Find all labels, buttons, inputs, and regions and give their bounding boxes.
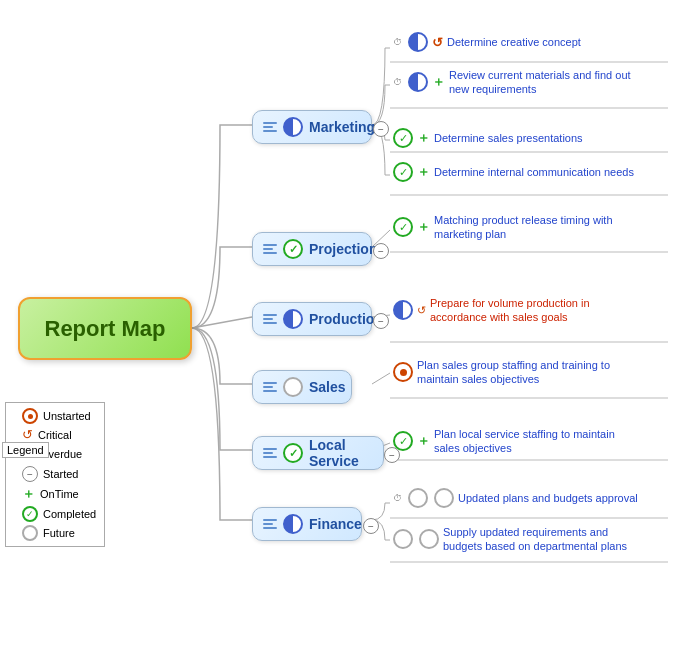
minus-local: −: [384, 447, 400, 463]
leaf-text-product-release: Matching product release timing with mar…: [434, 213, 634, 242]
plus-3: ＋: [417, 129, 430, 147]
legend-icon-unstarted: [22, 408, 38, 424]
root-node: Report Map: [18, 297, 192, 360]
legend-container: Unstarted ↺ Critical ＋ Overdue − Started…: [5, 402, 105, 547]
branch-finance-label: Finance: [309, 516, 362, 532]
branch-sales: Sales: [252, 370, 352, 404]
leaf-internal-comm: ✓ ＋ Determine internal communication nee…: [393, 162, 634, 182]
branch-local-service: ✓ Local Service: [252, 436, 384, 470]
leaf-product-release: ✓ ＋ Matching product release timing with…: [393, 213, 634, 242]
plus-4: ＋: [417, 163, 430, 181]
leaf-text-creative: Determine creative concept: [447, 35, 581, 49]
legend-label-completed: Completed: [43, 508, 96, 520]
canvas: Report Map Marketing − ✓ Projection − Pr…: [0, 0, 700, 650]
legend-label-critical: Critical: [38, 429, 72, 441]
refresh-prod: ↺: [417, 304, 426, 317]
root-label: Report Map: [45, 316, 166, 342]
legend-started: − Started: [22, 466, 96, 482]
branch-projection: ✓ Projection: [252, 232, 372, 266]
clock-review: ⏱: [393, 77, 402, 87]
legend-completed: ✓ Completed: [22, 506, 96, 522]
legend-future: Future: [22, 525, 96, 541]
legend-icon-ontime: ＋: [22, 485, 35, 503]
minus-production: −: [373, 313, 389, 329]
half-icon-marketing: [283, 117, 303, 137]
status-check-proj: ✓: [393, 217, 413, 237]
refresh-1: ↺: [432, 35, 443, 50]
legend-label-future: Future: [43, 527, 75, 539]
status-empty-fin2: [393, 529, 413, 549]
status-half-2: [408, 72, 428, 92]
branch-marketing: Marketing: [252, 110, 372, 144]
minus-projection: −: [373, 243, 389, 259]
legend-label-started: Started: [43, 468, 78, 480]
branch-sales-label: Sales: [309, 379, 346, 395]
clock-creative: ⏱: [393, 37, 402, 47]
check-icon-local: ✓: [283, 443, 303, 463]
leaf-text-sales-staffing: Plan sales group staffing and training t…: [417, 358, 617, 387]
leaf-volume-production: ↺ Prepare for volume production in accor…: [393, 296, 630, 325]
minus-finance: −: [363, 518, 379, 534]
leaf-text-supply-req: Supply updated requirements and budgets …: [443, 525, 643, 554]
leaf-review-materials: ⏱ ＋ Review current materials and find ou…: [393, 68, 649, 97]
empty-icon-sales: [283, 377, 303, 397]
branch-production: Production: [252, 302, 372, 336]
status-empty-fin2b: [419, 529, 439, 549]
status-empty-fin1: [408, 488, 428, 508]
minus-marketing: −: [373, 121, 389, 137]
legend-icon-started: −: [22, 466, 38, 482]
legend-unstarted: Unstarted: [22, 408, 96, 424]
branch-projection-label: Projection: [309, 241, 377, 257]
legend-label-unstarted: Unstarted: [43, 410, 91, 422]
leaf-updated-plans: ⏱ Updated plans and budgets approval: [393, 488, 638, 508]
stack-icon-local: [263, 448, 277, 458]
stack-icon-production: [263, 314, 277, 324]
leaf-text-production: Prepare for volume production in accorda…: [430, 296, 630, 325]
stack-icon-marketing: [263, 122, 277, 132]
leaf-creative-concept: ⏱ ↺ Determine creative concept: [393, 32, 581, 52]
legend-icon-completed: ✓: [22, 506, 38, 522]
branch-production-label: Production: [309, 311, 383, 327]
legend-icon-critical: ↺: [22, 427, 33, 442]
branch-finance: Finance: [252, 507, 362, 541]
plus-local: ＋: [417, 432, 430, 450]
status-check-3: ✓: [393, 128, 413, 148]
status-empty-fin1b: [434, 488, 454, 508]
status-half-prod: [393, 300, 413, 320]
clock-finance: ⏱: [393, 493, 402, 503]
stack-icon-projection: [263, 244, 277, 254]
legend-title: Legend: [2, 442, 49, 458]
plus-2: ＋: [432, 73, 445, 91]
half-icon-finance: [283, 514, 303, 534]
leaf-local-staffing: ✓ ＋ Plan local service staffing to maint…: [393, 427, 634, 456]
status-check-4: ✓: [393, 162, 413, 182]
legend-critical: ↺ Critical: [22, 427, 96, 442]
legend-icon-future: [22, 525, 38, 541]
branch-marketing-label: Marketing: [309, 119, 375, 135]
leaf-text-review: Review current materials and find out ne…: [449, 68, 649, 97]
stack-icon-sales: [263, 382, 277, 392]
leaf-text-local: Plan local service staffing to maintain …: [434, 427, 634, 456]
legend-label-ontime: OnTime: [40, 488, 79, 500]
legend-ontime: ＋ OnTime: [22, 485, 96, 503]
leaf-sales-staffing: Plan sales group staffing and training t…: [393, 358, 617, 387]
leaf-text-sales-pres: Determine sales presentations: [434, 131, 583, 145]
leaf-text-internal: Determine internal communication needs: [434, 165, 634, 179]
branch-local-label: Local Service: [309, 437, 373, 469]
leaf-supply-requirements: Supply updated requirements and budgets …: [393, 525, 643, 554]
half-icon-production: [283, 309, 303, 329]
leaf-text-updated-plans: Updated plans and budgets approval: [458, 491, 638, 505]
status-dot-sales: [393, 362, 413, 382]
check-icon-projection: ✓: [283, 239, 303, 259]
status-half-1: [408, 32, 428, 52]
plus-proj: ＋: [417, 218, 430, 236]
stack-icon-finance: [263, 519, 277, 529]
leaf-sales-presentations: ✓ ＋ Determine sales presentations: [393, 128, 583, 148]
